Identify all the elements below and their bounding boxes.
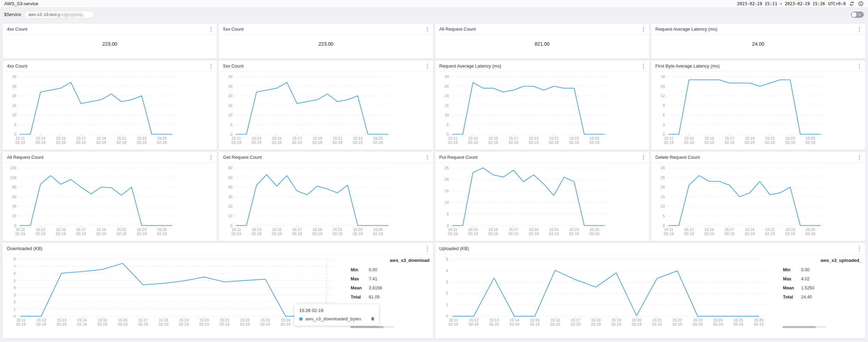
kebab-menu-icon <box>210 64 212 65</box>
x-axis-label: 15:17 <box>138 318 148 322</box>
panel-menu-button[interactable] <box>858 25 861 33</box>
chart-area[interactable]: 010203040506015:1102-1915:1302-1915:1502… <box>219 163 433 241</box>
line-chart[interactable]: 036912151815:1102-1915:1302-1915:1502-19… <box>651 72 865 150</box>
wide-chart-card: Downloaded (KB) 01234567815:1102-1915:12… <box>3 243 433 339</box>
time-range[interactable]: 2023-02-19 15:11 ~ 2023-02-19 15:26 <box>737 1 825 6</box>
x-axis-date-label: 02-19 <box>292 232 302 236</box>
x-axis-date-label: 02-19 <box>57 322 66 326</box>
y-axis-label: 9 <box>663 103 665 108</box>
scrollbar-thumb[interactable] <box>782 326 816 328</box>
panel-menu-button[interactable] <box>858 245 861 252</box>
y-axis-label: 20 <box>228 204 232 208</box>
horizontal-scrollbar[interactable] <box>782 326 826 328</box>
x-axis-date-label: 02-19 <box>281 322 290 326</box>
horizontal-scrollbar[interactable] <box>350 326 394 328</box>
x-axis-label: 15:17 <box>725 227 734 232</box>
chart-area[interactable]: 02040608010012015:1102-1915:1302-1915:15… <box>3 163 217 241</box>
stat-value: 223.00 <box>219 35 433 59</box>
x-axis-label: 15:18 <box>159 318 168 322</box>
y-axis-label: 20 <box>228 94 232 98</box>
kebab-menu-icon <box>643 155 644 156</box>
x-axis-label: 15:11 <box>16 227 25 232</box>
x-axis-date-label: 02-19 <box>591 322 600 326</box>
x-axis-label: 15:15 <box>704 136 714 140</box>
panel-title: Get Request Count <box>223 155 262 160</box>
chart-card: 5xx Count 05101520253015:1102-1915:1302-… <box>219 61 433 150</box>
panel-menu-button[interactable] <box>209 62 213 70</box>
x-axis-label: 15:11 <box>664 227 674 232</box>
panel-menu-button[interactable] <box>642 154 645 161</box>
panel-menu-button[interactable] <box>209 25 213 33</box>
x-axis-date-label: 02-19 <box>724 232 734 236</box>
x-axis-label: 15:23 <box>353 136 363 140</box>
refresh-button[interactable] <box>849 1 855 7</box>
panel-menu-button[interactable] <box>426 245 429 252</box>
service-input[interactable]: aws-s3::s3-test-yungpsgoang <box>24 11 94 18</box>
x-axis-date-label: 02-19 <box>805 140 815 145</box>
x-axis-date-label: 02-19 <box>15 140 25 145</box>
line-chart[interactable]: 05101520253015:1102-1915:1302-1915:1502-… <box>435 72 649 150</box>
panel-title: Request Average Latency (ms) <box>439 63 501 69</box>
x-axis-date-label: 02-19 <box>745 140 755 145</box>
x-axis-label: 15:13 <box>684 136 694 140</box>
panel-menu-button[interactable] <box>858 154 861 161</box>
x-axis-date-label: 02-19 <box>611 322 621 326</box>
line-chart[interactable]: 05101520253015:1102-1915:1302-1915:1502-… <box>219 72 433 150</box>
page-title: AWS_S3-service <box>4 1 38 6</box>
line-chart[interactable]: 01234515:1102-1915:1202-1915:1302-1915:1… <box>435 254 783 337</box>
x-axis-date-label: 02-19 <box>77 322 87 326</box>
panel-menu-button[interactable] <box>642 25 645 33</box>
panel-menu-button[interactable] <box>426 25 429 33</box>
line-chart[interactable]: 05101520253015:1102-1915:1302-1915:1502-… <box>3 72 217 150</box>
x-axis-label: 15:17 <box>76 136 86 140</box>
y-axis-label: 3 <box>14 293 16 297</box>
panel-menu-button[interactable] <box>858 62 861 70</box>
x-axis-label: 15:25 <box>373 227 383 232</box>
series-stat-value: 1.5250 <box>801 286 814 290</box>
chart-area[interactable]: 05101520253015:1102-1915:1302-1915:1502-… <box>651 163 865 241</box>
x-axis-label: 15:24 <box>713 318 723 322</box>
filter-toolbar: $Service aws-s3::s3-test-yungpsgoang V <box>0 8 868 22</box>
x-axis-date-label: 02-19 <box>373 140 383 145</box>
panel-menu-button[interactable] <box>209 154 213 161</box>
x-axis-date-label: 02-19 <box>468 140 478 145</box>
panel-title: All Request Count <box>7 155 43 160</box>
chart-area[interactable]: 036912151815:1102-1915:1302-1915:1502-19… <box>651 72 865 150</box>
y-axis-label: 12 <box>661 94 665 98</box>
line-chart[interactable]: 02040608010012015:1102-1915:1302-1915:15… <box>3 163 217 241</box>
panel-menu-button[interactable] <box>642 62 645 70</box>
timezone-label[interactable]: UTC+0:0 <box>828 1 846 6</box>
chart-area[interactable]: 01234567815:1102-1915:1202-1915:1302-191… <box>3 254 351 337</box>
scrollbar-thumb[interactable] <box>350 326 384 328</box>
y-axis-label: 60 <box>12 195 16 199</box>
x-axis-date-label: 02-19 <box>272 140 282 145</box>
chart-area[interactable]: 05101520253015:1102-1915:1302-1915:1502-… <box>3 72 217 150</box>
panel-menu-button[interactable] <box>426 62 429 70</box>
line-chart[interactable]: 010203040506015:1102-1915:1302-1915:1502… <box>219 163 433 241</box>
kebab-menu-icon <box>210 155 212 156</box>
chart-area[interactable]: 05101520253015:1102-1915:1302-1915:1502-… <box>435 72 649 150</box>
chart-area[interactable]: 051015202515:1102-1915:1302-1915:1502-19… <box>435 163 649 241</box>
y-axis-label: 3 <box>663 123 665 127</box>
line-chart[interactable]: 01234567815:1102-1915:1202-1915:1302-191… <box>3 254 351 337</box>
y-axis-label: 4 <box>14 286 16 290</box>
line-chart[interactable]: 051015202515:1102-1915:1302-1915:1502-19… <box>435 163 649 241</box>
x-axis-date-label: 02-19 <box>301 322 311 326</box>
y-axis-label: 80 <box>12 185 16 189</box>
x-axis-label: 15:19 <box>312 136 322 140</box>
x-axis-date-label: 02-19 <box>550 322 560 326</box>
chart-area[interactable]: 01234515:1102-1915:1202-1915:1302-1915:1… <box>435 254 783 337</box>
line-chart[interactable]: 05101520253015:1102-1915:1302-1915:1502-… <box>651 163 865 241</box>
x-axis-date-label: 02-19 <box>713 322 723 326</box>
x-axis-date-label: 02-19 <box>231 140 241 145</box>
chart-card: Request Average Latency (ms) 05101520253… <box>435 61 649 150</box>
panel-header: Delete Request Count <box>651 152 865 163</box>
x-axis-label: 15:25 <box>157 227 167 232</box>
series-stat-label: Total <box>783 295 801 300</box>
chart-area[interactable]: 05101520253015:1102-1915:1302-1915:1502-… <box>219 72 433 150</box>
info-button[interactable] <box>858 1 864 7</box>
x-axis-label: 15:20 <box>632 318 642 322</box>
x-axis-date-label: 02-19 <box>157 140 167 145</box>
view-mode-toggle[interactable]: V <box>851 11 864 18</box>
panel-menu-button[interactable] <box>426 154 429 161</box>
